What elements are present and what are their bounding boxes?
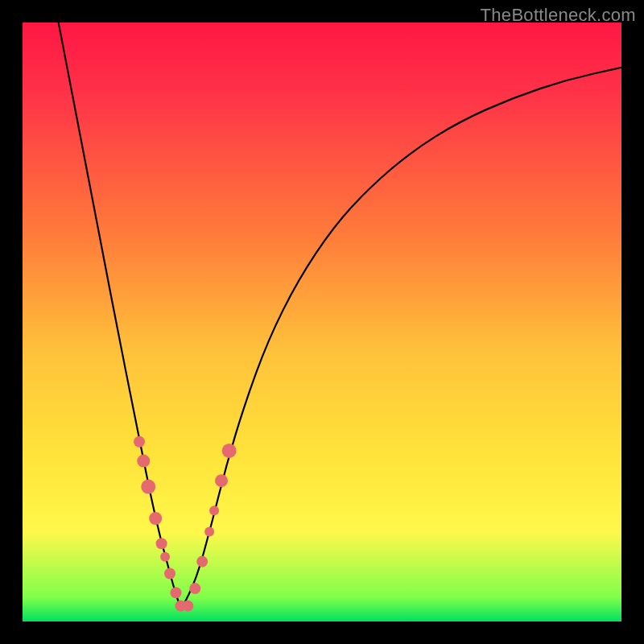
watermark-text: TheBottleneck.com: [481, 5, 636, 26]
data-point: [222, 444, 237, 458]
data-point: [134, 436, 145, 448]
data-point: [189, 583, 200, 594]
chart-frame: TheBottleneck.com: [0, 0, 644, 644]
data-point: [149, 512, 162, 525]
data-point: [170, 587, 181, 598]
data-point: [196, 556, 208, 568]
scatter-points: [134, 436, 237, 612]
curve-right-branch: [181, 68, 621, 609]
chart-svg: [23, 23, 621, 621]
curve-left-branch: [59, 23, 182, 609]
data-point: [209, 506, 219, 515]
data-point: [204, 526, 214, 536]
data-point: [141, 480, 155, 494]
data-point: [182, 601, 193, 612]
data-point: [156, 538, 167, 549]
data-point: [160, 552, 170, 562]
data-point: [137, 455, 150, 468]
plot-area: [23, 23, 621, 621]
data-point: [164, 568, 175, 579]
data-point: [215, 474, 228, 487]
